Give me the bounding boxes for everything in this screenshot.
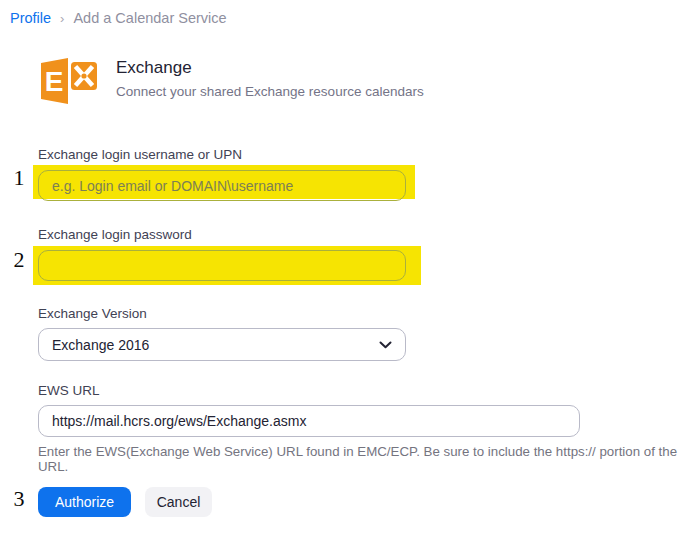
breadcrumb-profile-link[interactable]: Profile xyxy=(10,10,51,26)
exchange-logo-icon: E xyxy=(38,55,100,106)
ews-url-input[interactable] xyxy=(38,405,580,437)
password-input[interactable] xyxy=(38,250,406,281)
username-label: Exchange login username or UPN xyxy=(38,147,242,162)
ews-url-label: EWS URL xyxy=(38,383,100,398)
password-label: Exchange login password xyxy=(38,227,192,242)
breadcrumb: Profile › Add a Calendar Service xyxy=(10,10,227,26)
password-field-wrap xyxy=(38,250,406,281)
ews-url-help-text: Enter the EWS(Exchange Web Service) URL … xyxy=(38,444,690,474)
annotation-step-2: 2 xyxy=(8,247,30,273)
exchange-version-select[interactable]: Exchange 2016 xyxy=(38,328,406,361)
username-input[interactable] xyxy=(38,170,406,201)
breadcrumb-separator: › xyxy=(60,11,64,26)
cancel-button[interactable]: Cancel xyxy=(145,487,212,517)
service-title: Exchange xyxy=(116,58,192,78)
service-subtitle: Connect your shared Exchange resource ca… xyxy=(116,84,424,99)
annotation-step-3: 3 xyxy=(8,486,30,512)
authorize-button[interactable]: Authorize xyxy=(38,487,131,517)
chevron-down-icon xyxy=(379,341,392,349)
add-calendar-service-page: Profile › Add a Calendar Service E Excha… xyxy=(0,0,696,560)
breadcrumb-current: Add a Calendar Service xyxy=(73,10,226,26)
exchange-version-selected: Exchange 2016 xyxy=(52,337,149,353)
ews-url-field-wrap xyxy=(38,405,580,437)
svg-text:E: E xyxy=(45,66,64,97)
version-label: Exchange Version xyxy=(38,306,147,321)
annotation-step-1: 1 xyxy=(8,165,30,191)
username-field-wrap xyxy=(38,170,406,201)
